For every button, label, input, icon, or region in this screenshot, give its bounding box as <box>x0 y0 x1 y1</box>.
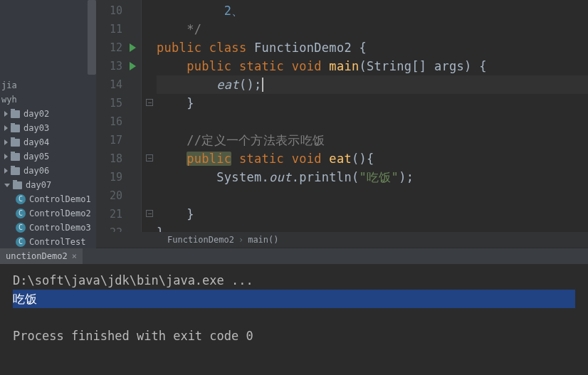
code-line[interactable]: 2、 <box>157 1 588 20</box>
breadcrumb[interactable]: FunctionDemo2 › main() <box>96 232 588 248</box>
run-tab[interactable]: unctionDemo2 × <box>0 248 83 264</box>
console-command: D:\soft\java\jdk\bin\java.exe ... <box>13 273 253 287</box>
expand-icon[interactable] <box>4 154 8 159</box>
run-icon[interactable] <box>130 43 136 52</box>
folder-icon <box>11 125 20 132</box>
expand-icon[interactable] <box>4 168 8 174</box>
folder-icon <box>11 110 20 118</box>
fold-icon[interactable] <box>146 154 153 162</box>
run-icon[interactable] <box>130 62 136 70</box>
tab-label: unctionDemo2 <box>6 251 68 261</box>
sidebar-item-class[interactable]: CControlDemo3 <box>0 221 96 235</box>
code-line[interactable]: public static void main(String[] args) { <box>157 57 588 75</box>
file-label: ControlDemo2 <box>29 208 91 218</box>
class-icon: C <box>16 237 26 247</box>
sidebar-item-folder[interactable]: day06 <box>0 164 96 178</box>
code-editor[interactable]: 10111213141516171819202122 2、 */public c… <box>96 0 588 232</box>
sidebar-item-folder[interactable]: day03 <box>0 121 96 135</box>
code-line[interactable]: public static void eat(){ <box>157 149 588 168</box>
file-label: ControlDemo1 <box>29 194 91 204</box>
sidebar-item-class[interactable]: CControlTest <box>0 235 96 249</box>
console-output-selected: 吃饭 <box>13 290 575 308</box>
tool-window-tab-bar[interactable]: unctionDemo2 × <box>0 248 588 264</box>
fold-icon[interactable] <box>146 99 153 106</box>
folder-label: day05 <box>23 152 49 162</box>
code-area[interactable]: 2、 */public class FunctionDemo2 { public… <box>157 0 588 232</box>
expand-icon[interactable] <box>4 111 8 117</box>
expand-icon[interactable] <box>4 125 8 131</box>
project-sidebar[interactable]: jiawyhday02day03day04day05day06day07CCon… <box>0 0 96 250</box>
code-line[interactable] <box>157 186 588 205</box>
code-line[interactable]: System.out.println("吃饭"); <box>157 168 588 186</box>
code-line[interactable]: eat(); <box>157 75 588 94</box>
breadcrumb-separator-icon: › <box>238 235 243 245</box>
code-line[interactable]: public class FunctionDemo2 { <box>157 38 588 57</box>
line-number-gutter: 10111213141516171819202122 <box>96 0 128 232</box>
file-label: ControlTest <box>29 237 85 247</box>
sidebar-scrollbar[interactable] <box>88 0 96 75</box>
folder-icon <box>11 153 20 161</box>
class-icon: C <box>16 208 26 218</box>
sidebar-item-folder[interactable]: day05 <box>0 149 96 164</box>
run-gutter[interactable] <box>128 0 141 232</box>
expand-icon[interactable] <box>4 139 8 145</box>
folder-icon <box>11 139 20 147</box>
code-line[interactable]: } <box>157 94 588 112</box>
folder-label: day03 <box>23 123 49 133</box>
folder-label: day04 <box>23 137 49 147</box>
code-line[interactable]: */ <box>157 20 588 38</box>
folder-label: day06 <box>23 166 49 176</box>
folder-label: day07 <box>26 180 51 190</box>
code-line[interactable] <box>157 112 588 131</box>
sidebar-item-class[interactable]: CControlDemo2 <box>0 206 96 221</box>
breadcrumb-method[interactable]: main() <box>248 235 278 245</box>
folder-icon <box>11 167 20 175</box>
breadcrumb-class[interactable]: FunctionDemo2 <box>167 235 234 245</box>
expand-icon[interactable] <box>4 184 10 187</box>
folder-label: day02 <box>23 109 49 119</box>
class-icon: C <box>16 223 26 233</box>
fold-icon[interactable] <box>146 210 153 217</box>
sidebar-item-folder[interactable]: day07 <box>0 178 96 192</box>
folder-icon <box>13 181 22 189</box>
sidebar-item-class[interactable]: CControlDemo1 <box>0 192 96 206</box>
sidebar-item-folder[interactable]: day04 <box>0 135 96 149</box>
sidebar-item-user[interactable]: wyh <box>0 93 96 107</box>
fold-gutter[interactable] <box>141 0 157 232</box>
code-line[interactable]: } <box>157 205 588 223</box>
class-icon: C <box>16 194 26 204</box>
run-console[interactable]: D:\soft\java\jdk\bin\java.exe ... 吃饭 Pro… <box>0 264 588 375</box>
sidebar-item-folder[interactable]: day02 <box>0 107 96 121</box>
file-label: ControlDemo3 <box>29 223 91 233</box>
sidebar-item-user[interactable]: jia <box>0 78 96 93</box>
code-line[interactable]: //定义一个方法表示吃饭 <box>157 131 588 149</box>
close-icon[interactable]: × <box>72 251 77 261</box>
console-status: Process finished with exit code 0 <box>13 329 253 343</box>
